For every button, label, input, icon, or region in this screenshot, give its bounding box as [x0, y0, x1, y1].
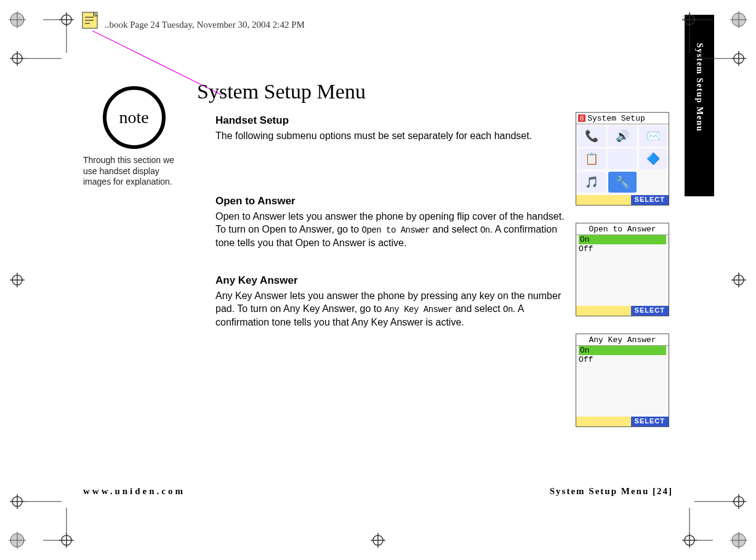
crop-marks	[0, 0, 756, 560]
